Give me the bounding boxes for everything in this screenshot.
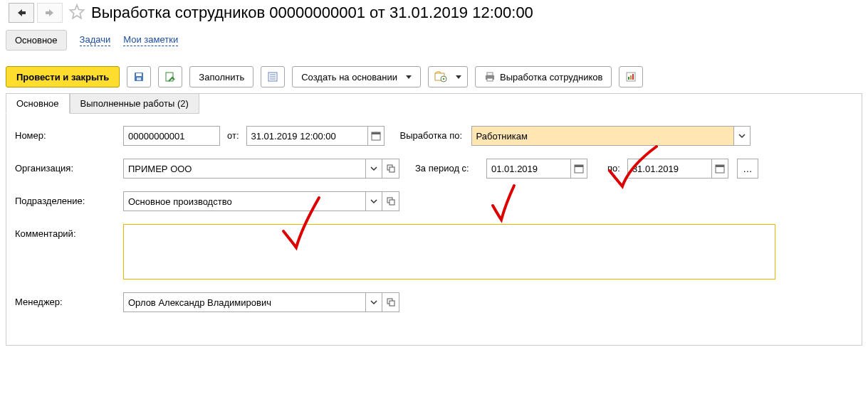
list-icon xyxy=(267,71,278,82)
manager-dropdown-button[interactable] xyxy=(365,292,382,312)
post-button[interactable] xyxy=(158,66,182,87)
chevron-down-icon xyxy=(370,299,377,306)
ellipsis-icon: … xyxy=(743,164,752,174)
label-period-to: по: xyxy=(587,159,627,174)
number-input[interactable] xyxy=(123,126,220,146)
datetime-input[interactable] xyxy=(246,126,367,146)
dept-open-button[interactable] xyxy=(382,191,399,211)
page-title: Выработка сотрудников 00000000001 от 31.… xyxy=(91,4,533,22)
subnav-main[interactable]: Основное xyxy=(6,30,67,50)
period-more-button[interactable]: … xyxy=(737,159,758,179)
vyrab-po-input[interactable] xyxy=(471,126,733,146)
report-icon xyxy=(625,71,637,82)
arrow-left-icon xyxy=(16,8,27,18)
date-from-input[interactable] xyxy=(486,159,570,179)
nav-forward-button[interactable] xyxy=(37,3,63,23)
date-to-input[interactable] xyxy=(627,159,711,179)
calendar-icon xyxy=(715,164,725,174)
folder-gear-icon xyxy=(434,71,447,82)
comment-textarea[interactable] xyxy=(123,224,775,279)
save-icon xyxy=(133,71,145,82)
open-icon xyxy=(387,197,395,206)
svg-rect-12 xyxy=(487,73,493,75)
label-period-from: За период с: xyxy=(399,159,486,174)
dept-input[interactable] xyxy=(123,191,365,211)
open-icon xyxy=(387,298,395,307)
label-number: Номер: xyxy=(15,126,123,141)
date-to-calendar-button[interactable] xyxy=(711,159,728,179)
label-org: Организация: xyxy=(15,159,123,174)
svg-rect-16 xyxy=(630,75,632,80)
print-button[interactable]: Выработка сотрудников xyxy=(475,66,612,87)
org-open-button[interactable] xyxy=(382,159,399,179)
open-icon xyxy=(387,164,395,173)
subnav-notes[interactable]: Мои заметки xyxy=(123,34,178,46)
manager-input[interactable] xyxy=(123,292,365,312)
save-button[interactable] xyxy=(127,66,151,87)
svg-rect-17 xyxy=(632,74,634,80)
datetime-calendar-button[interactable] xyxy=(367,126,385,146)
report-button[interactable] xyxy=(619,66,643,87)
printer-icon xyxy=(484,71,496,82)
fill-button[interactable]: Заполнить xyxy=(189,66,253,87)
tab-works[interactable]: Выполненные работы (2) xyxy=(70,93,199,114)
chevron-down-icon xyxy=(370,198,377,205)
arrow-right-icon xyxy=(44,8,56,18)
vyrab-po-dropdown-button[interactable] xyxy=(733,126,751,146)
label-vyrab-po: Выработка по: xyxy=(385,126,471,141)
svg-rect-27 xyxy=(389,200,394,205)
svg-rect-2 xyxy=(137,78,141,80)
svg-rect-29 xyxy=(389,301,394,306)
svg-rect-15 xyxy=(628,77,629,80)
create-based-button[interactable]: Создать на основании xyxy=(292,66,421,87)
post-close-button[interactable]: Провести и закрыть xyxy=(6,66,120,87)
svg-rect-23 xyxy=(575,165,583,167)
dept-dropdown-button[interactable] xyxy=(365,191,382,211)
calendar-icon xyxy=(574,164,584,174)
tab-main[interactable]: Основное xyxy=(6,93,70,114)
chevron-down-icon xyxy=(738,132,746,139)
attachments-button[interactable] xyxy=(428,66,468,87)
manager-open-button[interactable] xyxy=(382,292,399,312)
nav-back-button[interactable] xyxy=(9,3,34,23)
org-input[interactable] xyxy=(123,159,365,179)
star-icon[interactable] xyxy=(68,4,85,23)
calendar-icon xyxy=(371,131,381,141)
list-button[interactable] xyxy=(261,66,285,87)
org-dropdown-button[interactable] xyxy=(365,159,382,179)
label-dept: Подразделение: xyxy=(15,191,123,206)
label-comment: Комментарий: xyxy=(15,224,123,239)
subnav-tasks[interactable]: Задачи xyxy=(80,34,111,46)
svg-rect-13 xyxy=(487,78,493,81)
svg-rect-25 xyxy=(716,165,724,167)
chevron-down-icon xyxy=(370,165,377,172)
post-icon xyxy=(164,71,176,82)
label-manager: Менеджер: xyxy=(15,292,123,307)
label-from: от: xyxy=(220,126,246,141)
svg-point-10 xyxy=(443,78,445,80)
svg-rect-1 xyxy=(136,73,142,76)
svg-rect-19 xyxy=(372,132,380,134)
svg-rect-21 xyxy=(389,167,394,172)
date-from-calendar-button[interactable] xyxy=(570,159,587,179)
